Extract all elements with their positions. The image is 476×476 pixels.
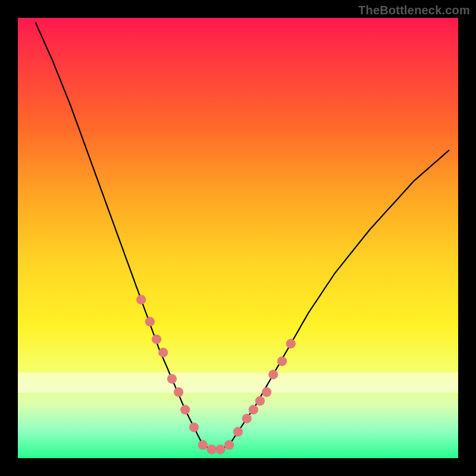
curve-marker [255, 396, 265, 406]
curve-marker [180, 405, 190, 415]
curve-marker [167, 374, 177, 384]
curve-marker [286, 339, 296, 349]
curve-marker [249, 405, 258, 415]
curve-marker [207, 444, 217, 454]
curve-marker [158, 347, 168, 357]
chart-svg [18, 18, 458, 458]
curve-marker [277, 356, 287, 366]
curve-marker [189, 422, 199, 432]
curve-marker [233, 427, 243, 437]
curve-marker [198, 440, 208, 450]
curve-marker [174, 387, 183, 397]
curve-marker [215, 444, 225, 454]
curve-marker [224, 440, 234, 450]
plot-area [18, 18, 458, 458]
curve-line [36, 22, 450, 449]
curve-marker [262, 387, 271, 397]
curve-marker [152, 334, 161, 344]
chart-frame: TheBottleneck.com [0, 0, 476, 476]
curve-marker [136, 295, 146, 305]
curve-marker [242, 414, 252, 423]
curve-marker [268, 369, 278, 379]
watermark-label: TheBottleneck.com [358, 4, 470, 17]
curve-marker [145, 317, 155, 327]
marker-group [136, 295, 296, 455]
